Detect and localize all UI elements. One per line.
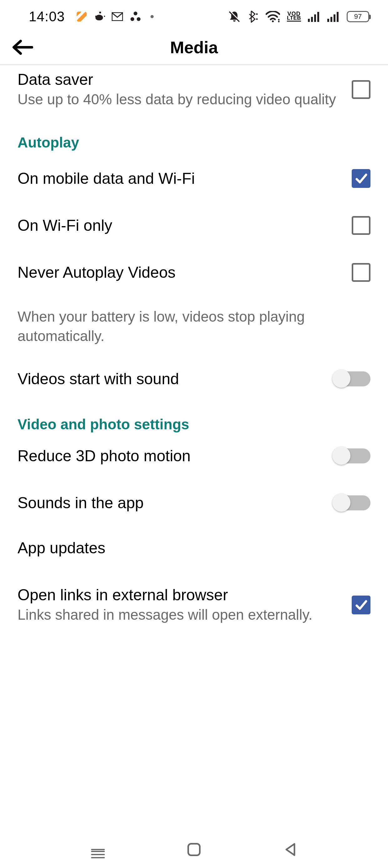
setting-open-links-external[interactable]: Open links in external browser Links sha…: [0, 573, 388, 632]
svg-point-6: [278, 19, 280, 21]
svg-rect-10: [314, 14, 316, 22]
autoplay-option-label: Never Autoplay Videos: [18, 263, 175, 282]
checkbox-autoplay-never[interactable]: [352, 263, 370, 282]
svg-point-4: [256, 19, 258, 20]
app-bar: Media: [0, 30, 388, 65]
back-button[interactable]: [7, 32, 37, 62]
setting-sounds-in-app[interactable]: Sounds in the app: [0, 476, 388, 523]
setting-reduce-3d-motion[interactable]: Reduce 3D photo motion: [0, 435, 388, 476]
svg-point-3: [256, 13, 258, 15]
setting-app-updates-label: App updates: [18, 538, 370, 557]
gmail-icon: [112, 12, 123, 21]
setting-open-links-subtitle: Links shared in messages will open exter…: [18, 606, 339, 624]
nav-home-button[interactable]: [184, 839, 204, 860]
bluetooth-icon: [248, 10, 259, 24]
triangle-left-icon: [284, 843, 296, 857]
setting-app-updates[interactable]: App updates: [0, 523, 388, 573]
stripes-icon: [77, 11, 87, 22]
autoplay-help-text: When your battery is low, videos stop pl…: [0, 294, 388, 352]
reddit-icon: [94, 11, 105, 22]
autoplay-option-mobile-wifi[interactable]: On mobile data and Wi-Fi: [0, 153, 388, 200]
status-bar: 14:03 VOD LTEB 97: [0, 0, 388, 30]
svg-rect-15: [337, 12, 338, 22]
page-title: Media: [0, 38, 388, 57]
svg-rect-9: [311, 17, 313, 22]
dot-icon: [151, 15, 154, 18]
section-heading-video-photo: Video and photo settings: [0, 399, 388, 435]
svg-point-5: [272, 20, 274, 22]
settings-content[interactable]: Data saver Use up to 40% less data by re…: [0, 65, 388, 632]
switch-reduce-3d[interactable]: [333, 448, 370, 463]
checkbox-autoplay-wifi-only[interactable]: [352, 216, 370, 235]
square-icon: [187, 843, 201, 856]
volte-icon: VOD LTEB: [287, 11, 301, 22]
setting-videos-sound[interactable]: Videos start with sound: [0, 352, 388, 399]
three-dots-icon: [130, 11, 141, 22]
arrow-left-icon: [11, 38, 34, 56]
status-bar-left: 14:03: [29, 9, 154, 24]
checkbox-autoplay-mobile-wifi[interactable]: [352, 169, 370, 188]
signal-bars-icon-2: [327, 11, 340, 22]
system-nav-bar: [0, 831, 388, 868]
svg-point-7: [278, 21, 280, 23]
status-time: 14:03: [29, 9, 65, 24]
svg-rect-8: [308, 19, 310, 22]
setting-videos-sound-label: Videos start with sound: [18, 370, 179, 388]
autoplay-option-never[interactable]: Never Autoplay Videos: [0, 247, 388, 294]
status-bar-right: VOD LTEB 97: [228, 10, 369, 24]
setting-data-saver-title: Data saver: [18, 70, 339, 89]
bell-mute-icon: [228, 10, 240, 23]
signal-bars-icon-1: [308, 11, 320, 22]
svg-rect-13: [330, 17, 332, 22]
autoplay-option-label: On mobile data and Wi-Fi: [18, 169, 195, 188]
checkbox-open-links[interactable]: [352, 596, 370, 614]
section-heading-autoplay: Autoplay: [0, 117, 388, 153]
switch-sounds-in-app[interactable]: [333, 495, 370, 510]
switch-videos-sound[interactable]: [333, 371, 370, 386]
checkbox-data-saver[interactable]: [352, 80, 370, 99]
setting-open-links-text: Open links in external browser Links sha…: [18, 586, 352, 624]
battery-icon: 97: [347, 11, 369, 22]
nav-recents-button[interactable]: [88, 839, 108, 860]
setting-data-saver[interactable]: Data saver Use up to 40% less data by re…: [0, 65, 388, 117]
setting-data-saver-subtitle: Use up to 40% less data by reducing vide…: [18, 90, 339, 109]
battery-pct: 97: [354, 12, 362, 21]
nav-back-button[interactable]: [280, 839, 300, 860]
svg-rect-12: [327, 19, 329, 22]
svg-rect-14: [333, 14, 335, 22]
autoplay-option-wifi-only[interactable]: On Wi-Fi only: [0, 200, 388, 247]
setting-data-saver-text: Data saver Use up to 40% less data by re…: [18, 70, 352, 109]
autoplay-option-label: On Wi-Fi only: [18, 216, 112, 235]
wifi-icon: [266, 11, 280, 22]
setting-sounds-in-app-label: Sounds in the app: [18, 494, 143, 512]
svg-rect-11: [317, 12, 319, 22]
setting-open-links-title: Open links in external browser: [18, 586, 339, 604]
hamburger-icon: [91, 849, 105, 850]
setting-reduce-3d-label: Reduce 3D photo motion: [18, 446, 191, 465]
